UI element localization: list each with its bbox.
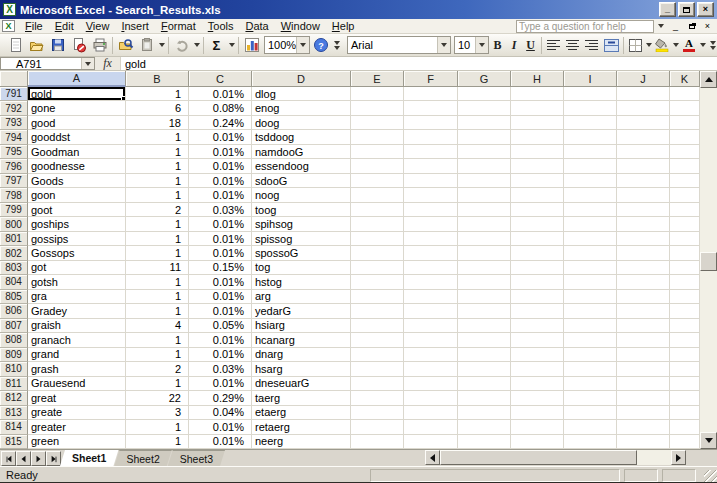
cell-G807[interactable]: [458, 319, 511, 333]
row-header-813[interactable]: 813: [0, 406, 28, 420]
cell-E800[interactable]: [351, 217, 404, 231]
horizontal-scroll-thumb[interactable]: [440, 450, 637, 465]
cell-F802[interactable]: [404, 246, 458, 260]
cell-C804[interactable]: 0.01%: [189, 275, 252, 289]
cell-A792[interactable]: gone: [28, 101, 126, 115]
cell-A794[interactable]: gooddst: [28, 130, 126, 144]
cell-A804[interactable]: gotsh: [28, 275, 126, 289]
cell-D815[interactable]: neerg: [252, 435, 351, 449]
resize-grip[interactable]: [704, 470, 717, 483]
formatting-toolbar-options[interactable]: [707, 35, 717, 56]
cell-D791[interactable]: dlog: [252, 87, 351, 101]
row-header-791[interactable]: 791: [0, 87, 28, 101]
cell-B804[interactable]: 1: [126, 275, 189, 289]
cell-C791[interactable]: 0.01%: [189, 87, 252, 101]
menu-tools[interactable]: Tools: [202, 19, 240, 33]
cell-K805[interactable]: [670, 290, 700, 304]
cell-A810[interactable]: grash: [28, 362, 126, 376]
cell-B814[interactable]: 1: [126, 420, 189, 434]
new-button[interactable]: [5, 35, 26, 55]
scroll-down-button[interactable]: [700, 432, 717, 449]
cell-D794[interactable]: tsddoog: [252, 130, 351, 144]
open-button[interactable]: [26, 35, 47, 55]
cell-C808[interactable]: 0.01%: [189, 333, 252, 347]
row-header-802[interactable]: 802: [0, 246, 28, 260]
cell-I813[interactable]: [564, 406, 617, 420]
menu-data[interactable]: Data: [239, 19, 274, 33]
cell-D810[interactable]: hsarg: [252, 362, 351, 376]
cell-H794[interactable]: [511, 130, 564, 144]
cell-C812[interactable]: 0.29%: [189, 391, 252, 405]
cell-I802[interactable]: [564, 246, 617, 260]
cell-C801[interactable]: 0.01%: [189, 232, 252, 246]
cell-B793[interactable]: 18: [126, 116, 189, 130]
cell-G792[interactable]: [458, 101, 511, 115]
cell-F793[interactable]: [404, 116, 458, 130]
cell-A815[interactable]: green: [28, 435, 126, 449]
cell-H812[interactable]: [511, 391, 564, 405]
cell-F803[interactable]: [404, 261, 458, 275]
cell-H791[interactable]: [511, 87, 564, 101]
cell-A798[interactable]: goon: [28, 188, 126, 202]
cell-E804[interactable]: [351, 275, 404, 289]
cell-E801[interactable]: [351, 232, 404, 246]
cell-G795[interactable]: [458, 145, 511, 159]
cell-E813[interactable]: [351, 406, 404, 420]
column-header-d[interactable]: D: [252, 71, 351, 87]
row-header-807[interactable]: 807: [0, 319, 28, 333]
cell-B801[interactable]: 1: [126, 232, 189, 246]
cell-A806[interactable]: Gradey: [28, 304, 126, 318]
cell-J795[interactable]: [617, 145, 670, 159]
first-sheet-button[interactable]: [1, 451, 16, 466]
cell-I803[interactable]: [564, 261, 617, 275]
cell-D798[interactable]: noog: [252, 188, 351, 202]
cell-E803[interactable]: [351, 261, 404, 275]
cell-H801[interactable]: [511, 232, 564, 246]
cell-B805[interactable]: 1: [126, 290, 189, 304]
sheet-tab-sheet1[interactable]: Sheet1: [60, 450, 118, 466]
cell-E796[interactable]: [351, 159, 404, 173]
cell-C797[interactable]: 0.01%: [189, 174, 252, 188]
cell-G799[interactable]: [458, 203, 511, 217]
cell-J810[interactable]: [617, 362, 670, 376]
cell-I807[interactable]: [564, 319, 617, 333]
cell-G796[interactable]: [458, 159, 511, 173]
select-all-corner[interactable]: [0, 71, 28, 87]
cell-B798[interactable]: 1: [126, 188, 189, 202]
cell-C799[interactable]: 0.03%: [189, 203, 252, 217]
cell-F799[interactable]: [404, 203, 458, 217]
font-size-dropdown[interactable]: [475, 37, 488, 53]
cell-I801[interactable]: [564, 232, 617, 246]
cell-G793[interactable]: [458, 116, 511, 130]
cell-F804[interactable]: [404, 275, 458, 289]
merge-center-button[interactable]: [601, 35, 621, 55]
cell-D809[interactable]: dnarg: [252, 348, 351, 362]
maximize-button[interactable]: [678, 2, 695, 17]
row-header-797[interactable]: 797: [0, 174, 28, 188]
cell-G801[interactable]: [458, 232, 511, 246]
cell-K795[interactable]: [670, 145, 700, 159]
fill-color-button[interactable]: [653, 35, 671, 55]
cell-I800[interactable]: [564, 217, 617, 231]
row-header-808[interactable]: 808: [0, 333, 28, 347]
cell-K815[interactable]: [670, 435, 700, 449]
insert-function-button[interactable]: fx: [95, 57, 121, 70]
borders-button[interactable]: [626, 35, 644, 55]
column-header-c[interactable]: C: [189, 71, 252, 87]
cell-I808[interactable]: [564, 333, 617, 347]
cell-G804[interactable]: [458, 275, 511, 289]
cell-K801[interactable]: [670, 232, 700, 246]
cell-H798[interactable]: [511, 188, 564, 202]
cell-J798[interactable]: [617, 188, 670, 202]
name-box-dropdown[interactable]: [81, 58, 94, 69]
align-right-button[interactable]: [582, 35, 601, 55]
cell-J811[interactable]: [617, 377, 670, 391]
cell-B811[interactable]: 1: [126, 377, 189, 391]
cell-H797[interactable]: [511, 174, 564, 188]
scroll-left-button[interactable]: [425, 450, 440, 465]
cell-I791[interactable]: [564, 87, 617, 101]
row-header-803[interactable]: 803: [0, 261, 28, 275]
cell-I804[interactable]: [564, 275, 617, 289]
workbook-minimize-button[interactable]: _: [669, 20, 682, 32]
cell-K791[interactable]: [670, 87, 700, 101]
